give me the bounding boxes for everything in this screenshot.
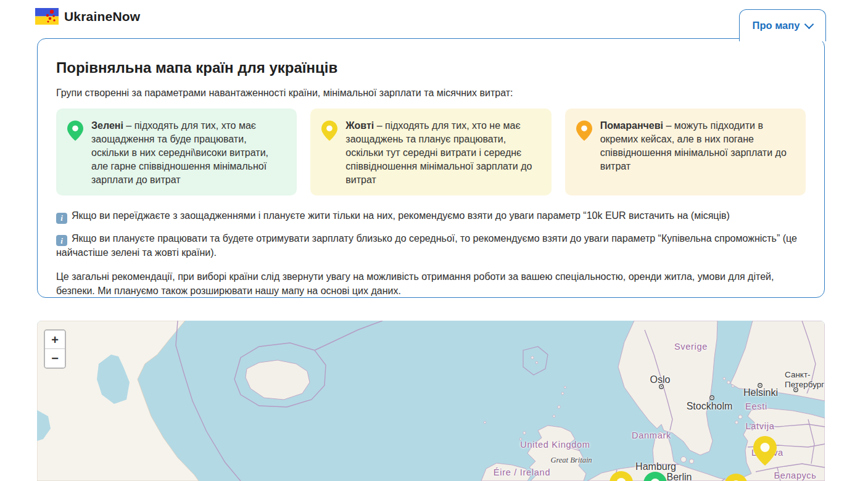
note-savings: iЯкщо ви переїджаєте з заощадженнями і п… xyxy=(56,209,806,224)
yellow-pin-icon xyxy=(321,120,337,141)
page-title: Порівняльна мапа країн для українців xyxy=(56,59,806,76)
legend-cards: Зелені – підходять для тих, хто має заощ… xyxy=(56,109,806,195)
map-pin-poland-yellow[interactable] xyxy=(724,474,748,481)
map-geography xyxy=(37,321,825,481)
chevron-down-icon xyxy=(804,19,814,29)
page: UkraineNow Про мапу Порівняльна мапа кра… xyxy=(0,0,868,481)
zoom-in-button[interactable]: + xyxy=(45,331,65,349)
legend-card-orange-lead: Помаранчеві xyxy=(600,120,663,131)
map-pin-netherlands-yellow[interactable] xyxy=(610,471,633,481)
legend-card-green-text: Зелені – підходять для тих, хто має заощ… xyxy=(91,119,286,187)
info-icon: i xyxy=(56,213,67,224)
general-recommendations: Це загальні рекомендації, при виборі кра… xyxy=(56,269,806,298)
map-pin-lithuania-yellow[interactable] xyxy=(753,436,777,466)
legend-card-yellow: Жовті – підходять для тих, хто не має за… xyxy=(310,109,551,195)
green-pin-icon xyxy=(67,120,83,141)
note-salary-text: Якщо ви плануєте працювати та будете отр… xyxy=(56,233,797,258)
note-savings-text: Якщо ви переїджаєте з заощадженнями і пл… xyxy=(72,210,730,221)
legend-card-green: Зелені – підходять для тих, хто має заощ… xyxy=(56,109,297,195)
map-pin-hamburg-green[interactable] xyxy=(643,472,667,481)
note-salary: iЯкщо ви плануєте працювати та будете от… xyxy=(56,232,806,260)
brand-name: UkraineNow xyxy=(64,9,140,24)
orange-pin-icon xyxy=(576,120,592,141)
map-canvas[interactable]: Sverige Oslo Stockholm Helsinki Санкт- П… xyxy=(37,321,825,481)
brand-logo-link[interactable]: UkraineNow xyxy=(35,8,140,25)
ukraine-flag-icon xyxy=(35,8,59,25)
legend-card-yellow-lead: Жовті xyxy=(345,120,374,131)
intro-text: Групи створенні за параметрами навантаже… xyxy=(56,88,806,99)
about-map-button[interactable]: Про мапу xyxy=(739,9,826,41)
legend-card-yellow-text: Жовті – підходять для тих, хто не має за… xyxy=(345,119,540,187)
legend-card-green-lead: Зелені xyxy=(91,120,123,131)
header: UkraineNow xyxy=(0,0,868,38)
legend-card-yellow-body: – підходять для тих, хто не має заощадже… xyxy=(345,120,532,185)
info-icon: i xyxy=(56,235,67,246)
zoom-out-button[interactable]: − xyxy=(45,349,65,368)
about-map-button-label: Про мапу xyxy=(753,20,800,31)
legend-card-orange-text: Помаранчеві – можуть підходити в окремих… xyxy=(600,119,795,187)
map-zoom-control: + − xyxy=(44,329,66,369)
legend-card-orange: Помаранчеві – можуть підходити в окремих… xyxy=(565,109,806,195)
info-panel: Порівняльна мапа країн для українців Гру… xyxy=(37,38,825,298)
